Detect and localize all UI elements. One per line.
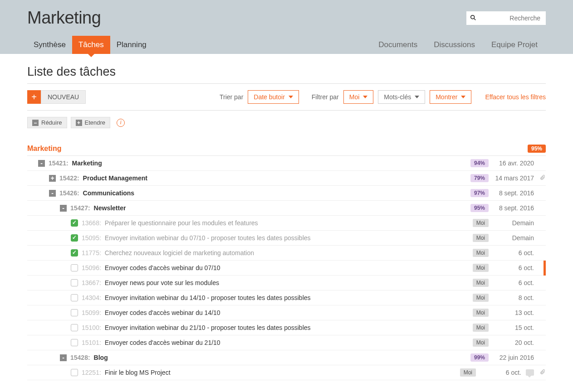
task-row[interactable]: 15100: Envoyer invitation webinar du 21/… [27, 320, 546, 335]
task-checkbox[interactable] [71, 279, 78, 286]
sort-label: Trier par [220, 93, 243, 101]
task-row[interactable]: 15099: Envoyer codes d'accès webinar du … [27, 305, 546, 320]
task-checkbox[interactable] [71, 249, 78, 256]
group-name: Blog [94, 354, 108, 361]
comment-icon[interactable] [526, 369, 534, 376]
pct-badge: 94% [470, 159, 489, 167]
new-button[interactable]: NOUVEAU [41, 90, 86, 104]
date: 6 oct. [493, 249, 534, 256]
date: Demain [493, 234, 534, 242]
task-title: Envoyer invitation webinar du 14/10 - pr… [105, 294, 311, 301]
group-id: 15427: [70, 204, 90, 212]
group-name: Marketing [72, 160, 102, 167]
search-input[interactable] [466, 11, 546, 25]
date: Demain [493, 219, 534, 227]
task-checkbox[interactable] [71, 369, 78, 376]
group-row[interactable]: -15426: Communications97%8 sept. 2016 [27, 186, 546, 201]
tab-taches[interactable]: Tâches [72, 36, 110, 54]
pct-badge: 95% [470, 204, 489, 212]
task-id: 15099: [82, 309, 101, 316]
task-checkbox[interactable] [71, 324, 78, 331]
info-icon[interactable]: i [117, 119, 125, 127]
date: 22 juin 2016 [493, 354, 534, 361]
task-title: Envoyer codes d'accès webinar du 14/10 [105, 309, 220, 316]
chevron-down-icon [363, 96, 367, 98]
date: 8 sept. 2016 [493, 204, 534, 212]
show-select[interactable]: Montrer [430, 90, 471, 104]
task-checkbox[interactable] [71, 339, 78, 346]
task-title: Préparer le questionnaire pour les modul… [105, 219, 258, 227]
pct-badge: 99% [470, 353, 489, 362]
nav-documents[interactable]: Documents [370, 36, 426, 54]
date: 14 mars 2017 [493, 174, 534, 182]
filter-value: Moi [349, 93, 360, 101]
sort-value: Date butoir [254, 93, 284, 101]
assignee-tag: Moi [473, 249, 489, 257]
task-id: 15100: [82, 324, 101, 331]
attachment-icon[interactable] [539, 174, 546, 182]
new-button-plus-icon[interactable]: + [27, 90, 41, 104]
group-row[interactable]: -15427: Newsletter95%8 sept. 2016 [27, 201, 546, 216]
tab-planning[interactable]: Planning [110, 36, 153, 54]
task-title: Envoyer codes d'accès webinar du 21/10 [105, 339, 220, 346]
toggle-icon[interactable]: + [49, 175, 56, 182]
attachment-icon[interactable] [539, 369, 546, 377]
keywords-select[interactable]: Mots-clés [378, 90, 425, 104]
task-title: Finir le blog MS Project [105, 369, 171, 376]
expand-all-button[interactable]: + Etendre [71, 117, 111, 128]
toggle-icon[interactable]: - [60, 205, 67, 212]
task-row[interactable]: 11775: Cherchez nouveaux logiciel de mar… [27, 246, 546, 261]
row-marker [544, 261, 546, 276]
group-name: Communications [83, 189, 135, 197]
date: 8 oct. [493, 294, 534, 301]
assignee-tag: Moi [473, 234, 489, 242]
task-checkbox[interactable] [71, 309, 78, 316]
task-row[interactable]: 14304: Envoyer invitation webinar du 14/… [27, 290, 546, 305]
date: 6 oct. [493, 279, 534, 286]
pct-badge: 97% [470, 189, 489, 197]
nav-equipe[interactable]: Equipe Projet [483, 36, 546, 54]
search-box[interactable] [466, 11, 546, 25]
show-value: Montrer [436, 93, 457, 101]
task-checkbox[interactable] [71, 264, 78, 271]
toggle-icon[interactable]: - [38, 160, 45, 167]
task-row[interactable]: 12251: Finir le blog MS Project Moi 6 oc… [27, 365, 546, 380]
group-row[interactable]: - 15428: Blog 99% 22 juin 2016 [27, 350, 546, 365]
group-id: 15422: [59, 174, 79, 182]
keywords-value: Mots-clés [384, 93, 411, 101]
assignee-tag: Moi [473, 339, 489, 347]
chevron-down-icon [461, 96, 465, 98]
clear-filters-link[interactable]: Effacer tous les filtres [485, 93, 546, 101]
task-row[interactable]: 13667: Envoyer news pour vote sur les mo… [27, 276, 546, 290]
assignee-tag: Moi [473, 264, 489, 272]
search-icon [470, 15, 476, 22]
date: 15 oct. [493, 324, 534, 331]
task-checkbox[interactable] [71, 219, 78, 227]
tab-synthese[interactable]: Synthèse [27, 36, 72, 54]
task-row[interactable]: 15096: Envoyer codes d'accès webinar du … [27, 261, 546, 276]
task-checkbox[interactable] [71, 234, 78, 242]
task-title: Envoyer invitation webinar du 07/10 - pr… [105, 234, 311, 242]
group-name: Product Management [83, 174, 147, 182]
nav-discussions[interactable]: Discussions [426, 36, 483, 54]
task-row[interactable]: 15095: Envoyer invitation webinar du 07/… [27, 231, 546, 246]
task-id: 15096: [82, 264, 101, 271]
section-title: Liste des tâches [27, 65, 546, 84]
group-row[interactable]: +15422: Product Management79%14 mars 201… [27, 171, 546, 186]
collapse-all-button[interactable]: – Réduire [27, 117, 67, 128]
task-title: Cherchez nouveaux logiciel de marketing … [105, 249, 254, 256]
task-checkbox[interactable] [71, 294, 78, 301]
filter-select[interactable]: Moi [343, 90, 374, 104]
task-row[interactable]: 15101: Envoyer codes d'accès webinar du … [27, 335, 546, 350]
task-row[interactable]: 13668: Préparer le questionnaire pour le… [27, 216, 546, 231]
toggle-icon[interactable]: - [60, 354, 67, 361]
collapse-label: Réduire [41, 119, 62, 126]
assignee-tag: Moi [460, 368, 476, 377]
sort-select[interactable]: Date butoir [248, 90, 299, 104]
group-id: 15428: [70, 354, 90, 361]
group-row[interactable]: -15421: Marketing94%16 avr. 2020 [27, 156, 546, 171]
root-pct-badge: 95% [528, 145, 546, 153]
root-row[interactable]: Marketing 95% [27, 142, 546, 156]
group-id: 15421: [49, 160, 69, 167]
toggle-icon[interactable]: - [49, 190, 56, 197]
